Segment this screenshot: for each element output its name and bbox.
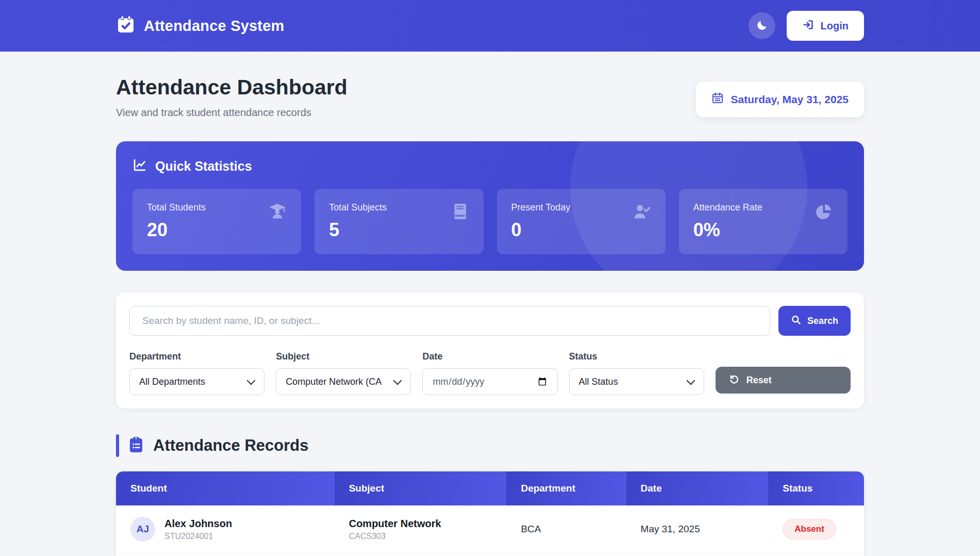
- undo-icon: [729, 374, 739, 387]
- subject-name: Computer Network: [349, 518, 492, 530]
- moon-icon: [756, 19, 768, 33]
- page-subtitle: View and track student attendance record…: [116, 107, 347, 119]
- page-header: Attendance Dashboard View and track stud…: [116, 52, 864, 119]
- date-input[interactable]: [422, 368, 557, 395]
- page-title: Attendance Dashboard: [116, 75, 347, 100]
- date-badge: Saturday, May 31, 2025: [696, 81, 864, 117]
- search-input[interactable]: [129, 306, 770, 336]
- table-row: AJ Alex Johnson STU2024001 Computer Netw…: [116, 505, 864, 553]
- calendar-check-icon: [116, 15, 136, 37]
- calendar-icon: [711, 92, 724, 107]
- attendance-table: Student Subject Department Date Status A…: [116, 471, 864, 556]
- table-row: AT Amanda Thomas STU2024010 Computer Net…: [116, 553, 864, 556]
- accent-bar: [116, 434, 119, 457]
- records-title: Attendance Records: [153, 436, 308, 455]
- stat-card-present-today: Present Today 0: [497, 189, 666, 254]
- pie-chart-icon: [815, 202, 833, 223]
- search-icon: [791, 315, 801, 328]
- student-id: STU2024001: [164, 532, 232, 541]
- records-header: Attendance Records: [116, 434, 864, 457]
- dark-mode-toggle[interactable]: [749, 12, 775, 39]
- department-label: Department: [129, 351, 264, 362]
- subject-code: CACS303: [349, 532, 492, 541]
- department-select[interactable]: All Departments: [129, 368, 264, 395]
- col-department: Department: [506, 471, 626, 505]
- quick-statistics-title: Quick Statistics: [155, 159, 252, 174]
- subject-label: Subject: [276, 351, 411, 362]
- navbar: Attendance System Login: [0, 0, 980, 52]
- col-date: Date: [626, 471, 769, 505]
- stat-card-total-students: Total Students 20: [132, 189, 301, 254]
- date-value: May 31, 2025: [641, 524, 700, 534]
- book-icon: [451, 202, 469, 223]
- stat-card-total-subjects: Total Subjects 5: [314, 189, 483, 254]
- date-label: Date: [422, 351, 557, 362]
- app-title: Attendance System: [144, 18, 285, 35]
- reset-button[interactable]: Reset: [716, 367, 851, 394]
- filter-card: Search Department All Departments Subjec…: [116, 292, 864, 408]
- col-student: Student: [116, 471, 335, 505]
- clipboard-list-icon: [127, 436, 145, 455]
- quick-statistics-panel: Quick Statistics Total Students 20 Total…: [116, 141, 864, 271]
- graduate-icon: [268, 202, 287, 223]
- login-button[interactable]: Login: [787, 11, 864, 41]
- avatar: AJ: [130, 517, 155, 542]
- status-select[interactable]: All Status: [569, 368, 704, 395]
- status-label: Status: [569, 351, 704, 362]
- subject-select[interactable]: Computer Network (CA: [276, 368, 411, 395]
- stat-card-attendance-rate: Attendance Rate 0%: [679, 189, 848, 254]
- col-subject: Subject: [335, 471, 507, 505]
- search-button[interactable]: Search: [778, 306, 851, 336]
- col-status: Status: [768, 471, 864, 505]
- student-name: Alex Johnson: [164, 518, 232, 530]
- current-date: Saturday, May 31, 2025: [731, 93, 849, 106]
- status-badge: Absent: [783, 519, 836, 539]
- sign-in-icon: [802, 19, 815, 34]
- department-value: BCA: [521, 524, 541, 534]
- brand[interactable]: Attendance System: [116, 15, 285, 37]
- user-check-icon: [633, 202, 651, 223]
- chart-line-icon: [132, 158, 147, 174]
